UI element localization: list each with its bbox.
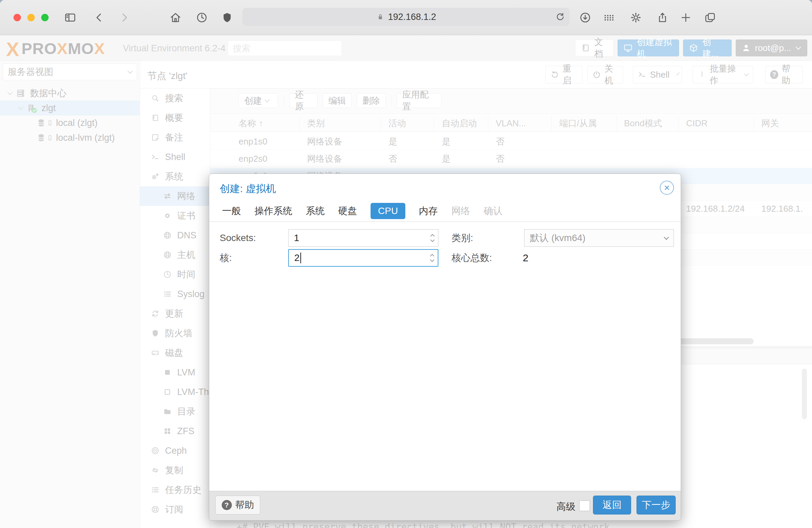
wizard-tabs: 一般 操作系统 系统 硬盘 CPU 内存 网络 确认 [209, 200, 681, 222]
tab-network: 网络 [451, 204, 470, 217]
tab-disks[interactable]: 硬盘 [338, 204, 357, 217]
advanced-checkbox[interactable] [579, 500, 590, 511]
settings-gear-icon[interactable] [630, 12, 642, 24]
cpu-form: Sockets: 1 类别: 默认 (kvm64) 核: 2 核心总数: 2 [209, 222, 681, 491]
cpu-type-combo[interactable]: 默认 (kvm64) [524, 229, 674, 247]
total-cores-value: 2 [523, 249, 528, 267]
window-zoom-button[interactable] [41, 14, 48, 21]
total-cores-label: 核心总数: [452, 249, 492, 267]
tls-lock-icon [376, 13, 385, 21]
forward-icon[interactable] [118, 12, 130, 24]
text-caret [300, 253, 301, 263]
back-icon[interactable] [93, 12, 105, 24]
screen: 192.168.1.2 XPROXMOX Virtual Environment… [0, 0, 812, 528]
dialog-title: 创建: 虚拟机 [220, 182, 276, 196]
create-vm-dialog: 创建: 虚拟机 × 一般 操作系统 系统 硬盘 CPU 内存 网络 确认 Soc… [209, 173, 681, 520]
tab-system[interactable]: 系统 [306, 204, 325, 217]
address-bar[interactable]: 192.168.1.2 [242, 8, 570, 26]
new-tab-icon[interactable] [680, 12, 692, 24]
tab-overview-icon[interactable] [704, 12, 716, 24]
back-button[interactable]: 返回 [593, 496, 631, 514]
chevron-down-icon [664, 234, 669, 240]
history-icon[interactable] [196, 12, 208, 24]
privacy-shield-icon[interactable] [221, 12, 233, 24]
share-icon[interactable] [656, 12, 669, 24]
tab-memory[interactable]: 内存 [419, 204, 438, 217]
sidebar-toggle-icon[interactable] [64, 12, 76, 24]
home-icon[interactable] [170, 12, 182, 24]
cores-label: 核: [220, 249, 232, 267]
next-button[interactable]: 下一步 [637, 496, 676, 514]
downloads-icon[interactable] [579, 12, 591, 24]
question-icon: ? [222, 500, 232, 510]
cpu-type-label: 类别: [452, 229, 473, 247]
tab-general[interactable]: 一般 [222, 204, 241, 217]
advanced-label: 高级 [556, 500, 576, 513]
sockets-input[interactable]: 1 [288, 229, 438, 247]
tab-confirm: 确认 [484, 204, 503, 217]
window-minimize-button[interactable] [27, 14, 35, 21]
spinner-buttons[interactable] [431, 230, 434, 246]
dialog-footer: ? 帮助 高级 返回 下一步 [209, 491, 681, 520]
url-text: 192.168.1.2 [388, 12, 436, 22]
window-close-button[interactable] [14, 14, 21, 21]
extensions-grid-icon[interactable] [603, 12, 615, 24]
spinner-buttons[interactable] [431, 250, 434, 266]
reload-icon[interactable] [555, 12, 566, 22]
tab-os[interactable]: 操作系统 [255, 204, 292, 217]
dialog-help-button[interactable]: ? 帮助 [215, 496, 260, 514]
close-icon[interactable]: × [660, 181, 674, 195]
cores-input[interactable]: 2 [288, 249, 438, 267]
tab-cpu[interactable]: CPU [371, 203, 405, 219]
browser-chrome: 192.168.1.2 [0, 0, 812, 35]
sockets-label: Sockets: [220, 229, 256, 247]
